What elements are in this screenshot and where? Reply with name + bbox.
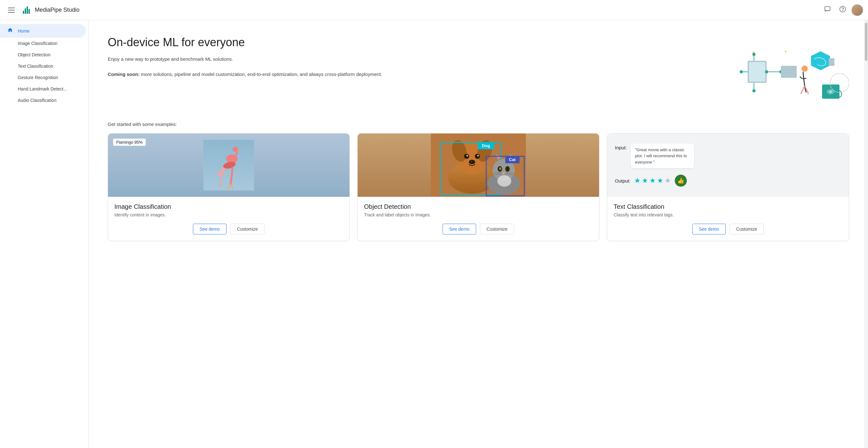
card-image-area-text-classification: Input: "Great movie with a classic plot.… — [607, 134, 849, 197]
card-actions-image-classification: See demo Customize — [114, 224, 343, 235]
star-5: ★ — [664, 177, 671, 185]
card-image-area-object-detection: Dog — [358, 134, 599, 197]
svg-point-9 — [752, 89, 755, 92]
sidebar-item-text-classification-label: Text Classification — [18, 64, 53, 69]
card-info-object-detection: Object Detection Track and label objects… — [358, 197, 599, 241]
hero-section: On-device ML for everyone Enjoy a new wa… — [108, 35, 849, 106]
svg-point-17 — [802, 66, 808, 72]
card-title-text-classification: Text Classification — [614, 203, 842, 210]
svg-point-2 — [843, 10, 843, 11]
svg-text:Cat: Cat — [509, 157, 516, 162]
star-rating: ★ ★ ★ ★ ★ — [634, 177, 671, 185]
text-output-row: Output: ★ ★ ★ ★ ★ 👍 — [615, 175, 687, 187]
card-actions-text-classification: See demo Customize — [614, 224, 842, 235]
thumbs-up-icon: 👍 — [675, 175, 687, 187]
star-2: ★ — [642, 177, 648, 185]
card-text-classification: Input: "Great movie with a classic plot.… — [607, 133, 849, 241]
home-icon — [6, 27, 14, 34]
svg-point-16 — [829, 91, 832, 93]
text-input-row: Input: "Great movie with a classic plot.… — [615, 144, 694, 169]
card-image-area-image-classification: Flamingo 95% — [108, 134, 349, 197]
customize-button-image-classification[interactable]: Customize — [230, 224, 265, 235]
text-input-label: Input: — [615, 144, 627, 150]
flamingo-illustration — [204, 140, 254, 191]
svg-point-24 — [752, 53, 755, 56]
svg-point-30 — [222, 168, 225, 171]
sidebar-item-object-detection-label: Object Detection — [18, 52, 51, 57]
svg-point-39 — [477, 155, 479, 157]
sidebar-item-hand-landmark-label: Hand Landmark Detect... — [18, 87, 67, 92]
sidebar-item-image-classification-label: Image Classification — [18, 41, 57, 46]
svg-point-6 — [765, 70, 768, 73]
card-title-object-detection: Object Detection — [364, 203, 593, 210]
help-button[interactable] — [836, 4, 849, 16]
card-info-image-classification: Image Classification Identify content in… — [108, 197, 349, 241]
sidebar-item-gesture-recognition[interactable]: Gesture Recognition — [0, 72, 86, 83]
card-object-detection: Dog — [357, 133, 599, 241]
hero-subtitle-normal: Enjoy a new way to prototype and benchma… — [108, 56, 233, 62]
sidebar-item-object-detection[interactable]: Object Detection — [0, 49, 86, 61]
page-layout: Home Image Classification Object Detecti… — [0, 0, 868, 448]
svg-rect-12 — [829, 58, 834, 66]
sidebar-item-image-classification[interactable]: Image Classification — [0, 38, 86, 49]
help-icon — [839, 6, 846, 14]
sidebar-item-home[interactable]: Home — [0, 24, 86, 38]
sidebar-item-hand-landmark[interactable]: Hand Landmark Detect... — [0, 83, 86, 95]
card-desc-object-detection: Track and label objects in images. — [364, 212, 593, 217]
user-avatar[interactable] — [851, 4, 863, 16]
card-desc-text-classification: Classify text into relevant tags. — [614, 212, 842, 217]
sidebar-item-audio-classification-label: Audio Classification — [18, 98, 56, 103]
svg-text:Dog: Dog — [482, 143, 490, 148]
svg-rect-0 — [825, 7, 830, 11]
see-demo-button-object-detection[interactable]: See demo — [442, 224, 476, 235]
scrollbar-thumb[interactable] — [865, 23, 867, 61]
text-output-label: Output: — [615, 178, 630, 183]
see-demo-button-text-classification[interactable]: See demo — [692, 224, 726, 235]
hero-text: On-device ML for everyone Enjoy a new wa… — [108, 35, 716, 86]
customize-button-object-detection[interactable]: Customize — [480, 224, 514, 235]
card-desc-image-classification: Identify content in images. — [114, 212, 343, 217]
hero-illustration: ✦ ✦ — [728, 35, 849, 106]
text-input-bubble: "Great movie with a classic plot. I will… — [631, 144, 694, 169]
see-demo-button-image-classification[interactable]: See demo — [193, 224, 226, 235]
cards-row: Flamingo 95% — [108, 133, 849, 241]
flamingo-badge: Flamingo 95% — [113, 139, 146, 146]
app-title: MediaPipe Studio — [35, 7, 80, 13]
svg-point-27 — [232, 147, 238, 152]
scrollbar[interactable] — [864, 20, 868, 448]
svg-text:✦: ✦ — [784, 49, 787, 54]
card-info-text-classification: Text Classification Classify text into r… — [607, 197, 849, 241]
sidebar-item-gesture-recognition-label: Gesture Recognition — [18, 75, 58, 80]
card-title-image-classification: Image Classification — [114, 203, 343, 210]
hero-subtitle: Enjoy a new way to prototype and benchma… — [108, 55, 716, 63]
feedback-button[interactable] — [821, 4, 834, 16]
customize-button-text-classification[interactable]: Customize — [730, 224, 764, 235]
svg-point-41 — [470, 161, 472, 162]
hamburger-icon — [5, 5, 18, 15]
svg-point-52 — [505, 166, 510, 172]
svg-rect-10 — [781, 66, 797, 78]
sidebar-item-audio-classification[interactable]: Audio Classification — [0, 95, 86, 106]
hamburger-menu-button[interactable] — [5, 4, 18, 16]
main-content: On-device ML for everyone Enjoy a new wa… — [89, 20, 868, 448]
sidebar: Home Image Classification Object Detecti… — [0, 20, 89, 448]
app-header: MediaPipe Studio — [0, 0, 868, 20]
svg-point-59 — [497, 175, 511, 187]
feedback-icon — [824, 6, 831, 14]
logo-icon — [23, 6, 30, 14]
svg-point-38 — [466, 155, 468, 157]
examples-label: Get started with some examples: — [108, 122, 849, 127]
avatar-image — [851, 4, 863, 16]
star-4: ★ — [657, 177, 663, 185]
illustration-svg: ✦ ✦ — [728, 35, 849, 105]
sidebar-item-text-classification[interactable]: Text Classification — [0, 61, 86, 72]
svg-rect-4 — [749, 62, 765, 82]
star-1: ★ — [634, 177, 641, 185]
hero-coming-soon: Coming soon: more solutions, pipeline an… — [108, 71, 716, 78]
coming-soon-label: Coming soon: — [108, 71, 140, 77]
card-image-classification: Flamingo 95% — [108, 133, 350, 241]
svg-marker-11 — [811, 51, 830, 70]
object-detection-illustration: Dog — [358, 134, 599, 197]
card-actions-object-detection: See demo Customize — [364, 224, 593, 235]
hero-title: On-device ML for everyone — [108, 35, 716, 49]
